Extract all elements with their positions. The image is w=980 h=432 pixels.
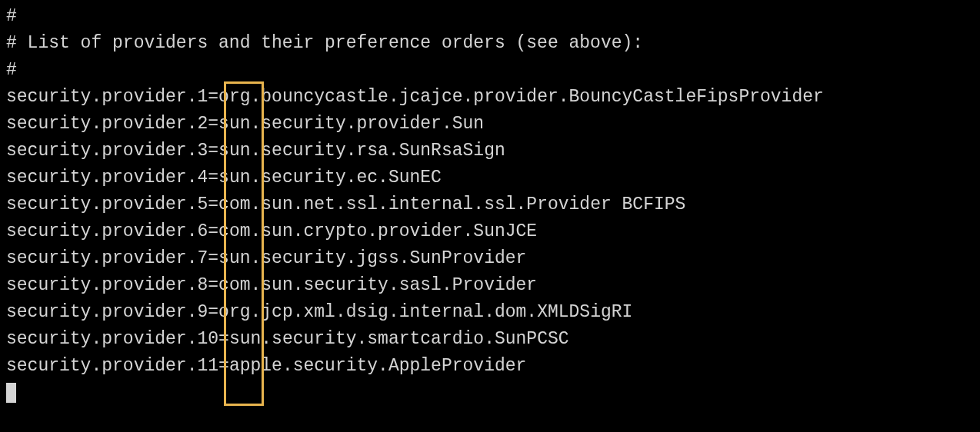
config-value: com.sun.security.sasl.Provider bbox=[218, 275, 537, 295]
config-line: security.provider.10=sun.security.smartc… bbox=[6, 326, 974, 353]
config-sep: = bbox=[208, 87, 218, 107]
config-sep: = bbox=[208, 221, 218, 241]
config-sep: = bbox=[208, 114, 218, 134]
config-value: org.bouncycastle.jcajce.provider.BouncyC… bbox=[218, 87, 824, 107]
config-key: security.provider. bbox=[6, 194, 197, 214]
config-key: security.provider. bbox=[6, 221, 197, 241]
config-key: security.provider. bbox=[6, 87, 197, 107]
config-value: sun.security.jgss.SunProvider bbox=[218, 248, 526, 268]
config-line: security.provider.9=org.jcp.xml.dsig.int… bbox=[6, 299, 974, 326]
config-key: security.provider. bbox=[6, 302, 197, 322]
config-num: 4 bbox=[197, 168, 208, 188]
cursor-line bbox=[6, 380, 974, 407]
config-num: 1 bbox=[197, 87, 208, 107]
config-sep: = bbox=[208, 168, 218, 188]
config-num: 6 bbox=[197, 221, 208, 241]
config-key: security.provider. bbox=[6, 168, 197, 188]
config-line: security.provider.8=com.sun.security.sas… bbox=[6, 272, 974, 299]
config-num: 7 bbox=[197, 248, 208, 268]
config-key: security.provider. bbox=[6, 356, 197, 376]
config-value: org.jcp.xml.dsig.internal.dom.XMLDSigRI bbox=[218, 302, 632, 322]
config-num: 10 bbox=[197, 329, 218, 349]
config-line: security.provider.4=sun.security.ec.SunE… bbox=[6, 164, 974, 191]
config-key: security.provider. bbox=[6, 141, 197, 161]
config-sep: = bbox=[218, 356, 229, 376]
config-sep: = bbox=[208, 302, 218, 322]
config-key: security.provider. bbox=[6, 248, 197, 268]
config-sep: = bbox=[208, 141, 218, 161]
config-line: security.provider.11=apple.security.Appl… bbox=[6, 353, 974, 380]
config-line: security.provider.2=sun.security.provide… bbox=[6, 111, 974, 138]
config-sep: = bbox=[208, 248, 218, 268]
config-key: security.provider. bbox=[6, 275, 197, 295]
config-line: security.provider.1=org.bouncycastle.jca… bbox=[6, 84, 974, 111]
comment-line: # bbox=[6, 3, 974, 30]
config-value: sun.security.provider.Sun bbox=[218, 114, 484, 134]
terminal-editor[interactable]: # # List of providers and their preferen… bbox=[0, 0, 980, 410]
comment-line: # bbox=[6, 57, 974, 84]
config-key: security.provider. bbox=[6, 329, 197, 349]
config-sep: = bbox=[208, 194, 218, 214]
config-line: security.provider.5=com.sun.net.ssl.inte… bbox=[6, 191, 974, 218]
config-line: security.provider.3=sun.security.rsa.Sun… bbox=[6, 138, 974, 164]
config-line: security.provider.7=sun.security.jgss.Su… bbox=[6, 245, 974, 272]
config-sep: = bbox=[218, 329, 229, 349]
config-key: security.provider. bbox=[6, 114, 197, 134]
config-value: sun.security.smartcardio.SunPCSC bbox=[229, 329, 569, 349]
config-num: 9 bbox=[197, 302, 208, 322]
config-num: 2 bbox=[197, 114, 208, 134]
config-num: 11 bbox=[197, 356, 218, 376]
config-value: apple.security.AppleProvider bbox=[229, 356, 526, 376]
comment-line: # List of providers and their preference… bbox=[6, 30, 974, 57]
config-num: 3 bbox=[197, 141, 208, 161]
config-value: com.sun.net.ssl.internal.ssl.Provider BC… bbox=[218, 194, 685, 214]
config-line: security.provider.6=com.sun.crypto.provi… bbox=[6, 218, 974, 245]
config-sep: = bbox=[208, 275, 218, 295]
config-num: 8 bbox=[197, 275, 208, 295]
config-value: sun.security.ec.SunEC bbox=[218, 168, 442, 188]
cursor-icon bbox=[6, 383, 16, 403]
config-num: 5 bbox=[197, 194, 208, 214]
config-value: com.sun.crypto.provider.SunJCE bbox=[218, 221, 537, 241]
config-value: sun.security.rsa.SunRsaSign bbox=[218, 141, 505, 161]
